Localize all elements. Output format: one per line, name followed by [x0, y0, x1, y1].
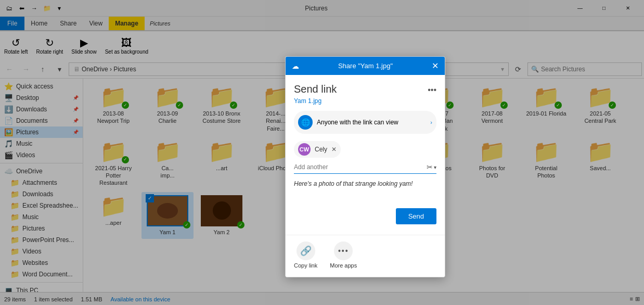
file-item-yam1[interactable]: ✓ ✓ Yam 1	[141, 192, 194, 239]
scissors-icon: ✂	[427, 163, 433, 171]
file-item-art[interactable]: 📁 ...art	[196, 137, 248, 190]
file-item-yam2[interactable]: ✓ Yam 2	[196, 192, 248, 239]
sidebar-item-websites[interactable]: 📁 Websites	[0, 257, 83, 269]
sidebar-item-desktop[interactable]: 🖥️ Desktop 📌	[0, 92, 83, 104]
more-apps-label: More apps	[330, 262, 357, 269]
refresh-button[interactable]: ⟳	[511, 62, 525, 77]
image-thumb: ✓ ✓	[147, 195, 188, 226]
selected-count: 1 item selected	[34, 296, 73, 302]
sidebar-item-music-od[interactable]: 📁 Music	[0, 211, 83, 223]
window-title: Pictures	[65, 5, 568, 12]
sidebar-item-excel[interactable]: 📁 Excel Spreadshee...	[0, 200, 83, 211]
folder-icon: 📁	[208, 141, 235, 162]
folder-icon: 📁✓	[533, 86, 560, 108]
add-recipient-input[interactable]	[294, 163, 427, 171]
send-button[interactable]: Send	[396, 208, 436, 224]
modal-message: Here's a photo of that strange looking y…	[294, 180, 436, 187]
image-thumb: ✓	[201, 195, 242, 226]
sidebar-item-videos[interactable]: 🎬 Videos	[0, 149, 83, 161]
link-permission-row[interactable]: 🌐 Anyone with the link can view ›	[294, 111, 436, 134]
folder-icon: 📁✓	[208, 86, 235, 108]
title-bar: 🗂 ⬅ → 📁 ▾ Pictures — □ ✕	[0, 0, 644, 17]
ribbon-actions: ↺ Rotate left ↻ Rotate right ▶ Slide sho…	[0, 31, 644, 60]
sidebar-item-downloads[interactable]: ⬇️ Downloads 📌	[0, 104, 83, 115]
file-item-potential[interactable]: 📁 PotentialPhotos	[520, 137, 572, 190]
sidebar-item-videos-od[interactable]: 📁 Videos	[0, 246, 83, 257]
tab-file[interactable]: File	[0, 17, 24, 30]
tab-view[interactable]: View	[83, 17, 109, 30]
sidebar-item-powerpoint[interactable]: 📁 PowerPoint Pres...	[0, 234, 83, 246]
tab-manage[interactable]: Manage	[109, 17, 145, 30]
modal-body: Send link ••• Yam 1.jpg 🌐 Anyone with th…	[286, 75, 445, 204]
pin-icon: 📌	[73, 107, 79, 112]
ribbon-action-slideshow[interactable]: ▶ Slide show	[71, 36, 96, 55]
tab-share[interactable]: Share	[54, 17, 83, 30]
file-item-2021-05-hp[interactable]: 📁✓ 2021-05 HarryPotterRestaurant	[87, 137, 139, 190]
sidebar-section-onedrive: ☁️ OneDrive	[0, 166, 83, 177]
chevron-right-icon: ›	[430, 119, 432, 125]
more-apps-action[interactable]: ••• More apps	[330, 242, 357, 269]
ribbon-action-rotate-left[interactable]: ↺ Rotate left	[4, 36, 28, 55]
sidebar-item-music[interactable]: 🎵 Music	[0, 138, 83, 149]
dropdown-icon[interactable]: ▾	[54, 3, 65, 14]
list-view-icon[interactable]: ≡	[630, 296, 633, 302]
file-item-2017-08[interactable]: 📁✓ 2017-08Vermont	[466, 83, 518, 135]
more-apps-icon: •••	[334, 242, 353, 260]
minimize-button[interactable]: —	[568, 0, 592, 17]
modal-send-row: Send	[286, 204, 445, 231]
dropdown-icon[interactable]: ▾	[434, 164, 436, 170]
file-item-2013-09[interactable]: 📁✓ 2013-09Charlie	[141, 83, 194, 135]
copy-link-icon: 🔗	[297, 242, 315, 260]
modal-close-button[interactable]: ✕	[432, 61, 439, 71]
file-item-2021-05-cp[interactable]: 📁✓ 2021-05Central Park	[574, 83, 626, 135]
sidebar-item-word[interactable]: 📁 Word Document...	[0, 269, 83, 280]
tab-home[interactable]: Home	[24, 17, 54, 30]
sidebar-item-documents[interactable]: 📄 Documents 📌	[0, 115, 83, 126]
search-input[interactable]	[541, 66, 638, 73]
recipient-remove-button[interactable]: ✕	[331, 146, 337, 153]
view-toggle: ≡ ⊞	[630, 296, 640, 302]
ribbon: File Home Share View Manage Pictures	[0, 17, 644, 31]
copy-link-action[interactable]: 🔗 Copy link	[294, 242, 317, 269]
quick-access-icon[interactable]: ⬅	[17, 3, 27, 14]
file-item-saved[interactable]: 📁 Saved...	[574, 137, 626, 190]
maximize-button[interactable]: □	[592, 0, 616, 17]
title-bar-icons: 🗂 ⬅ → 📁 ▾	[4, 3, 65, 14]
file-item-2013-08[interactable]: 📁✓ 2013-08Newport Trip	[87, 83, 139, 135]
nav-forward-button[interactable]: →	[19, 62, 33, 77]
forward-icon[interactable]: →	[29, 3, 40, 14]
window-controls: — □ ✕	[568, 0, 640, 17]
file-item-2019-01[interactable]: 📁✓ 2019-01 Florida	[520, 83, 572, 135]
toolbar-icon: 📁	[42, 3, 52, 14]
folder-icon: 📁✓	[100, 141, 127, 162]
folder-icon: 📁	[533, 141, 560, 162]
modal-more-menu[interactable]: •••	[428, 85, 436, 95]
sidebar-item-quick-access-header: ⭐ Quick access	[0, 81, 83, 92]
sidebar-item-attachments[interactable]: 📁 Attachments	[0, 177, 83, 188]
pin-icon: 📌	[73, 118, 79, 123]
ribbon-action-set-background[interactable]: 🖼 Set as background	[105, 37, 148, 55]
nav-up-button[interactable]: ↑	[35, 62, 50, 77]
file-item-ca[interactable]: 📁 Ca...imp...	[141, 137, 194, 190]
file-item-aper[interactable]: 📁 ...aper	[87, 192, 139, 239]
grid-view-icon[interactable]: ⊞	[635, 296, 640, 302]
status-bar: 29 items 1 item selected 1.51 MB Availab…	[0, 292, 644, 305]
share-modal: ☁ Share "Yam 1.jpg" ✕ Send link ••• Yam …	[285, 56, 445, 277]
nav-recent-button[interactable]: ▾	[52, 62, 67, 77]
ribbon-action-rotate-right[interactable]: ↻ Rotate right	[36, 36, 63, 55]
sidebar-item-this-pc[interactable]: 💻 This PC	[0, 285, 83, 292]
sidebar-item-downloads-od[interactable]: 📁 Downloads	[0, 188, 83, 200]
sync-status: Available on this device	[111, 296, 171, 302]
close-button[interactable]: ✕	[616, 0, 640, 17]
sync-check-icon: ✓	[237, 221, 244, 228]
nav-back-button[interactable]: ←	[2, 62, 17, 77]
folder-icon: 📁✓	[587, 86, 614, 108]
sidebar-item-pictures-od[interactable]: 📁 Pictures	[0, 223, 83, 234]
file-item-photos-dvd[interactable]: 📁 Photos forDVD	[466, 137, 518, 190]
sidebar-item-pictures[interactable]: 🖼️ Pictures 📌	[0, 126, 83, 138]
pin-icon: 📌	[73, 95, 79, 100]
copy-link-label: Copy link	[294, 262, 317, 269]
folder-icon: 📁✓	[479, 86, 506, 108]
file-item-2013-10[interactable]: 📁✓ 2013-10 BronxCostume Store	[196, 83, 248, 135]
back-icon: 🗂	[4, 3, 15, 14]
